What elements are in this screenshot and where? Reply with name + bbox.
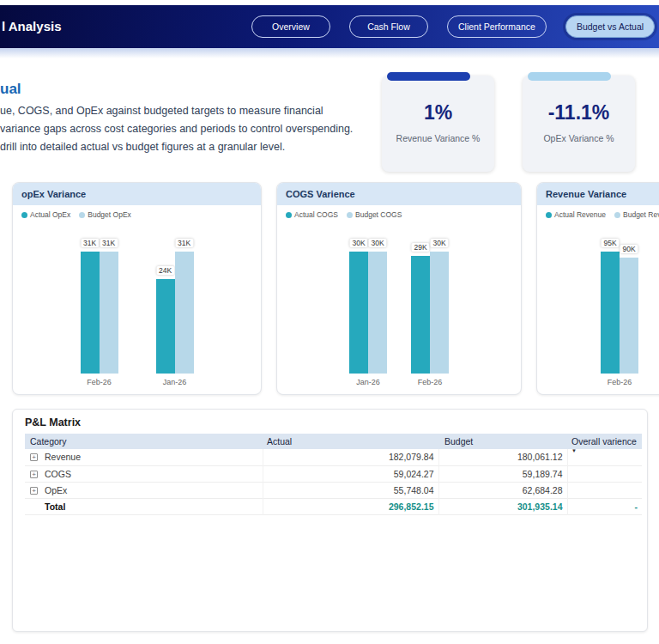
axis-label: Feb-26: [81, 378, 118, 386]
total-overall: -: [567, 498, 642, 514]
bar-actual-opex[interactable]: 31K: [81, 252, 100, 374]
legend-label: Budget OpEx: [88, 210, 131, 219]
bar-budget-cogs[interactable]: 30K: [430, 252, 449, 374]
column-header-overall-varience[interactable]: Overall varience ▼: [567, 434, 642, 449]
bar-value-label: 31K: [175, 239, 193, 247]
tab-cash-flow[interactable]: Cash Flow: [349, 15, 428, 38]
cell-actual: 55,748.04: [263, 482, 438, 498]
kpi-label: Revenue Variance %: [382, 133, 494, 143]
header-glow: [0, 48, 659, 58]
category-cell: +Revenue: [25, 449, 263, 465]
chart-plot: 30K30KJan-2629K30KFeb-26: [277, 228, 521, 394]
pnl-matrix-title: P&L Matrix: [25, 416, 647, 428]
bar-value-label: 24K: [156, 266, 174, 275]
bar-actual-revenue[interactable]: 95K: [601, 252, 620, 374]
bar-budget-cogs[interactable]: 30K: [368, 252, 387, 374]
kpi-value: 1%: [382, 101, 494, 125]
bar-budget-opex[interactable]: 31K: [175, 252, 194, 374]
intro-line: ue, COGS, and OpEx against budgeted targ…: [0, 102, 353, 120]
cell-budget: 62,684.28: [438, 482, 567, 498]
tab-client-performance[interactable]: Client Performance: [447, 15, 547, 38]
chart-plot: 31K31KFeb-2624K31KJan-26: [13, 228, 261, 394]
chart-card-revenue-variance: Revenue VarianceActual RevenueBudget Rev…: [536, 182, 659, 395]
category-label: OpEx: [45, 485, 67, 495]
axis-label: Feb-26: [601, 378, 638, 386]
axis-label: Jan-26: [156, 378, 194, 386]
chart-card-opex-variance: opEx VarianceActual OpExBudget OpEx31K31…: [12, 182, 262, 395]
bar-value-label: 90K: [620, 245, 638, 253]
legend-item: Actual Revenue: [546, 210, 606, 219]
bar-group: 95K90KFeb-26: [601, 252, 638, 374]
expand-icon[interactable]: +: [30, 453, 38, 461]
sort-descending-icon: ▼: [571, 448, 577, 453]
chart-card-cogs-varience: COGS VarienceActual COGSBudget COGS30K30…: [276, 182, 522, 395]
bar-groups: 31K31KFeb-2624K31KJan-26: [13, 252, 261, 374]
column-header-category[interactable]: Category: [25, 434, 263, 449]
kpi-value: -11.1%: [523, 101, 635, 125]
charts-row: opEx VarianceActual OpExBudget OpEx31K31…: [0, 182, 659, 395]
legend-label: Actual Revenue: [554, 210, 606, 219]
total-actual: 296,852.15: [263, 498, 438, 514]
cell-actual: 182,079.84: [263, 449, 438, 465]
axis-label: Feb-26: [411, 378, 449, 386]
bar-value-label: 30K: [368, 239, 386, 247]
cell-overall: [567, 465, 642, 482]
chart-title: Revenue Variance: [537, 183, 659, 205]
legend-dot-icon: [286, 212, 292, 218]
column-header-actual[interactable]: Actual: [263, 434, 438, 449]
legend-item: Actual OpEx: [21, 210, 70, 219]
cell-budget: 59,189.74: [438, 465, 567, 482]
intro-text: ue, COGS, and OpEx against budgeted targ…: [0, 102, 353, 156]
bar-value-label: 29K: [411, 243, 429, 252]
kpi-card-opex-variance: -11.1% OpEx Variance %: [523, 76, 635, 172]
bar-group: 30K30KJan-26: [349, 252, 387, 374]
cell-overall: [567, 482, 642, 498]
table-row: +OpEx55,748.0462,684.28: [25, 482, 642, 498]
kpi-accent-bar: [528, 72, 611, 81]
legend-dot-icon: [21, 212, 27, 218]
bar-groups: 95K90KFeb-26: [537, 252, 659, 374]
chart-title: COGS Varience: [277, 183, 521, 205]
category-cell: +COGS: [25, 465, 263, 482]
intro-line: variance gaps across cost categories and…: [0, 120, 353, 138]
column-header-budget[interactable]: Budget: [438, 434, 567, 449]
bar-groups: 30K30KJan-2629K30KFeb-26: [277, 252, 521, 374]
category-cell: +OpEx: [25, 482, 263, 498]
kpi-label: OpEx Variance %: [523, 133, 635, 143]
legend-dot-icon: [347, 212, 353, 218]
chart-legend: Actual RevenueBudget Revenue: [537, 205, 659, 219]
chart-title: opEx Variance: [13, 183, 261, 205]
bar-actual-cogs[interactable]: 30K: [349, 252, 368, 374]
bar-value-label: 31K: [100, 239, 118, 247]
table-row: +Revenue182,079.84180,061.12: [25, 449, 642, 465]
bar-value-label: 31K: [81, 239, 99, 247]
kpi-accent-bar: [387, 72, 470, 81]
bar-actual-cogs[interactable]: 29K: [411, 256, 430, 374]
bar-group: 24K31KJan-26: [156, 252, 194, 374]
bar-value-label: 30K: [430, 239, 448, 247]
legend-dot-icon: [79, 212, 85, 218]
legend-item: Actual COGS: [286, 210, 338, 219]
bar-value-label: 30K: [349, 239, 367, 247]
tab-budget-vs-actual[interactable]: Budget vs Actual: [565, 15, 655, 38]
kpi-card-revenue-variance: 1% Revenue Variance %: [382, 76, 494, 172]
app-title: l Analysis: [2, 5, 61, 48]
bar-budget-revenue[interactable]: 90K: [620, 258, 638, 374]
total-label: Total: [25, 498, 263, 514]
bar-actual-opex[interactable]: 24K: [156, 279, 175, 374]
category-label: Revenue: [45, 452, 81, 462]
cell-actual: 59,024.27: [263, 465, 438, 482]
expand-icon[interactable]: +: [30, 471, 38, 478]
bar-budget-opex[interactable]: 31K: [100, 252, 118, 374]
total-budget: 301,935.14: [438, 498, 567, 514]
cell-overall: [567, 449, 642, 465]
legend-label: Budget COGS: [355, 210, 402, 219]
legend-label: Actual OpEx: [30, 210, 70, 219]
legend-item: Budget OpEx: [79, 210, 131, 219]
chart-legend: Actual OpExBudget OpEx: [13, 205, 261, 219]
chart-plot: 95K90KFeb-26: [537, 228, 659, 394]
tab-overview[interactable]: Overview: [251, 15, 330, 38]
expand-icon[interactable]: +: [30, 487, 38, 495]
pnl-matrix-table: Category Actual Budget Overall varience …: [25, 434, 642, 515]
legend-label: Budget Revenue: [623, 210, 659, 219]
